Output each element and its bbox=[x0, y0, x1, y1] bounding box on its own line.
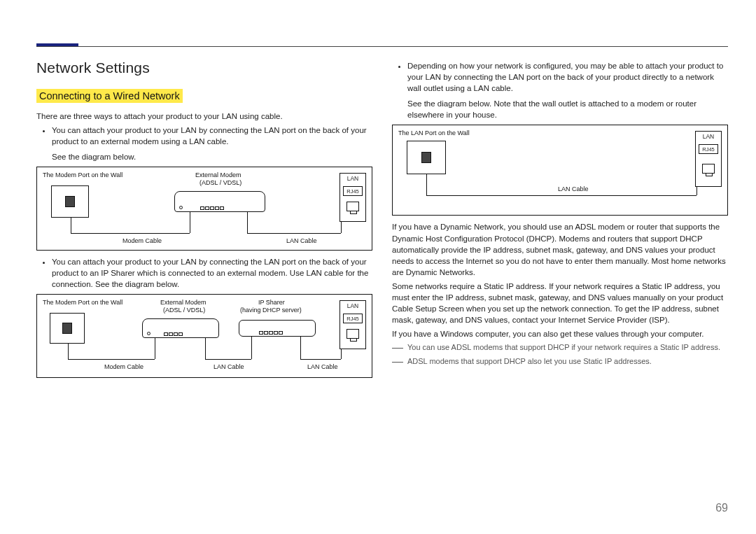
bullet-list-3: Depending on how your network is configu… bbox=[407, 60, 728, 94]
rj45-label: RJ45 bbox=[699, 144, 718, 154]
label-modem-cable: Modem Cable bbox=[104, 363, 144, 370]
label-lan-port-wall: The LAN Port on the Wall bbox=[398, 129, 470, 136]
cable-icon bbox=[71, 233, 190, 234]
rj45-icon bbox=[702, 164, 715, 174]
diagram-2: The Modem Port on the Wall External Mode… bbox=[36, 294, 372, 378]
rj45-label: RJ45 bbox=[343, 314, 363, 323]
router-icon bbox=[239, 320, 316, 337]
rj45-label: RJ45 bbox=[343, 186, 363, 196]
rj45-icon bbox=[346, 202, 359, 211]
lan-card-icon: LAN RJ45 bbox=[340, 300, 366, 349]
label-adsl-vdsl: (ADSL / VDSL) bbox=[200, 179, 241, 186]
cable-icon bbox=[426, 195, 696, 196]
modem-icon bbox=[174, 191, 265, 212]
cable-icon bbox=[696, 187, 697, 195]
cable-icon bbox=[251, 337, 252, 359]
lan-label: LAN bbox=[340, 175, 365, 183]
label-lan-cable: LAN Cable bbox=[307, 363, 338, 370]
page: Network Settings Connecting to a Wired N… bbox=[0, 0, 756, 534]
cable-icon bbox=[71, 218, 71, 233]
cable-icon bbox=[155, 338, 155, 359]
cable-icon bbox=[300, 359, 341, 360]
rj45-icon bbox=[346, 329, 359, 339]
lan-card-icon: LAN RJ45 bbox=[695, 131, 722, 187]
cable-icon bbox=[426, 174, 427, 195]
bullet-list-1: You can attach your product to your LAN … bbox=[52, 125, 372, 147]
highlight: Connecting to a Wired Network bbox=[36, 89, 183, 103]
label-dhcp-server: (having DHCP server) bbox=[240, 307, 302, 314]
footnote: ADSL modems that support DHCP also let y… bbox=[392, 356, 728, 367]
cable-icon bbox=[247, 212, 248, 233]
label-ip-sharer: IP Sharer bbox=[258, 299, 285, 306]
modem-ports-icon bbox=[164, 332, 183, 336]
bullet-sub: See the diagram below. bbox=[52, 151, 372, 162]
modem-led-icon bbox=[179, 206, 183, 209]
page-title: Network Settings bbox=[36, 57, 372, 78]
label-modem-cable: Modem Cable bbox=[122, 237, 162, 244]
cable-icon bbox=[190, 212, 190, 233]
paragraph: If you have a Dynamic Network, you shoul… bbox=[392, 221, 728, 277]
label-external-modem: External Modem bbox=[160, 299, 206, 306]
wall-plate-icon bbox=[407, 141, 446, 174]
modem-ports-icon bbox=[200, 206, 224, 210]
router-ports-icon bbox=[259, 331, 283, 335]
label-external-modem: External Modem bbox=[195, 171, 241, 178]
cable-icon bbox=[68, 344, 69, 359]
wall-plate-icon bbox=[51, 185, 89, 218]
paragraph: If you have a Windows computer, you can … bbox=[392, 328, 728, 339]
cable-icon bbox=[68, 359, 155, 360]
label-adsl-vdsl: (ADSL / VDSL) bbox=[163, 307, 205, 314]
footnote-text: ADSL modems that support DHCP also let y… bbox=[407, 356, 728, 367]
bullet-sub: See the diagram below. Note that the wal… bbox=[407, 98, 728, 120]
lan-card-icon: LAN RJ45 bbox=[340, 173, 366, 222]
label-modem-port-wall: The Modem Port on the Wall bbox=[43, 299, 122, 306]
label-lan-cable: LAN Cable bbox=[558, 185, 589, 192]
left-column: Network Settings Connecting to a Wired N… bbox=[36, 57, 372, 384]
footnote-text: You can use ADSL modems that support DHC… bbox=[407, 342, 728, 353]
label-lan-cable: LAN Cable bbox=[214, 363, 244, 370]
intro-text: There are three ways to attach your prod… bbox=[36, 111, 372, 122]
page-number: 69 bbox=[715, 502, 728, 514]
paragraph: Some networks require a Static IP addres… bbox=[392, 281, 728, 325]
diagram-1: The Modem Port on the Wall External Mode… bbox=[36, 167, 372, 251]
cable-icon bbox=[205, 359, 251, 360]
cable-icon bbox=[247, 233, 341, 234]
label-lan-cable: LAN Cable bbox=[286, 237, 317, 244]
lan-label: LAN bbox=[696, 133, 721, 141]
bullet-item: You can attach your product to your LAN … bbox=[52, 125, 372, 147]
horizontal-rule bbox=[36, 46, 728, 47]
cable-icon bbox=[300, 337, 301, 359]
bullet-item: You can attach your product to your LAN … bbox=[52, 256, 372, 290]
section-heading: Connecting to a Wired Network bbox=[36, 89, 372, 103]
footnote: You can use ADSL modems that support DHC… bbox=[392, 342, 728, 353]
cable-icon bbox=[341, 349, 342, 359]
wall-plate-icon bbox=[50, 313, 85, 344]
cable-icon bbox=[205, 338, 206, 359]
modem-icon bbox=[142, 318, 219, 338]
label-modem-port-wall: The Modem Port on the Wall bbox=[43, 171, 122, 178]
cable-icon bbox=[341, 222, 342, 233]
dash-icon bbox=[392, 362, 403, 367]
dash-icon bbox=[392, 348, 403, 353]
bullet-list-2: You can attach your product to your LAN … bbox=[52, 256, 372, 290]
bullet-item: Depending on how your network is configu… bbox=[407, 60, 728, 94]
modem-led-icon bbox=[147, 332, 150, 335]
diagram-3: The LAN Port on the Wall LAN RJ45 LAN Ca… bbox=[392, 125, 728, 216]
two-column-layout: Network Settings Connecting to a Wired N… bbox=[36, 57, 728, 384]
lan-label: LAN bbox=[340, 302, 365, 311]
right-column: Depending on how your network is configu… bbox=[392, 57, 728, 384]
